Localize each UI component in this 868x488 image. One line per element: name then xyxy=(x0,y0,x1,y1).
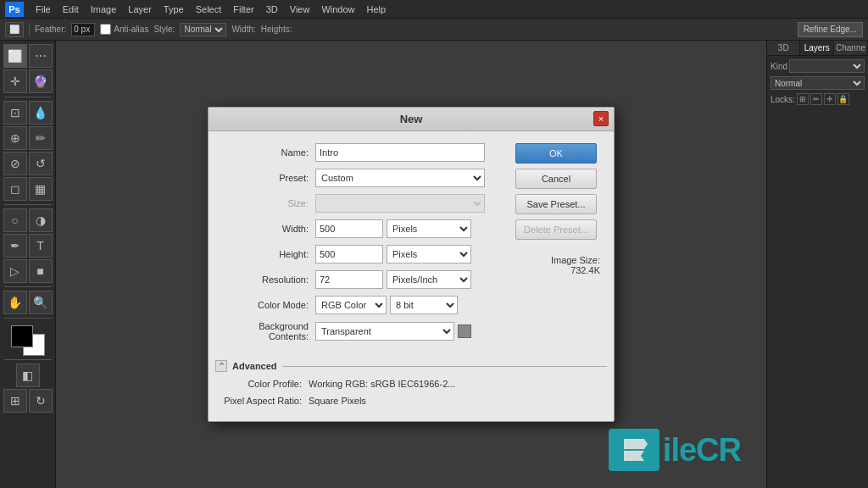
kind-row: Kind xyxy=(771,59,865,73)
feather-label: Feather: xyxy=(35,25,66,34)
lock-position-icon[interactable]: ✛ xyxy=(824,93,836,105)
image-size-value: 732.4K xyxy=(515,265,600,275)
color-mode-row: Color Mode: RGB Color CMYK Color Graysca… xyxy=(222,296,505,314)
main-area: ⬜ ⋯ ✛ 🔮 ⊡ 💧 ⊕ ✏ ⊘ ↺ ◻ ▦ ○ ◑ ✒ xyxy=(0,41,868,488)
blur-tool[interactable]: ○ xyxy=(3,208,27,232)
tool-separator-4 xyxy=(4,318,52,319)
options-toolbar: ⬜ Feather: Anti-alias Style: Normal Widt… xyxy=(0,19,868,41)
right-panel: 3D Layers Channe Kind Normal Locks: ⊞ ✏ … xyxy=(766,41,868,488)
tool-separator-2 xyxy=(4,204,52,205)
path-selection-tool[interactable]: ▷ xyxy=(3,259,27,283)
quick-select-tool[interactable]: 🔮 xyxy=(29,69,53,93)
menu-help[interactable]: Help xyxy=(362,3,392,16)
watermark-icon xyxy=(609,429,659,471)
marquee-tool[interactable]: ⬜ xyxy=(3,44,27,68)
rotate-view[interactable]: ↻ xyxy=(29,389,53,413)
lock-pixels-icon[interactable]: ✏ xyxy=(810,93,822,105)
gradient-tool[interactable]: ▦ xyxy=(29,177,53,201)
menu-view[interactable]: View xyxy=(285,3,315,16)
tab-channels[interactable]: Channe xyxy=(834,41,868,55)
marquee-tool-icon[interactable]: ⬜ xyxy=(5,22,24,37)
name-input[interactable] xyxy=(315,143,485,162)
height-unit-select[interactable]: Pixels Inches cm xyxy=(387,245,471,263)
menu-filter[interactable]: Filter xyxy=(228,3,259,16)
type-tool[interactable]: T xyxy=(29,234,53,258)
dialog-buttons: OK Cancel Save Preset... Delete Preset..… xyxy=(515,143,600,348)
screen-mode[interactable]: ⊞ xyxy=(3,389,27,413)
cancel-button[interactable]: Cancel xyxy=(515,169,597,189)
bg-color-swatch[interactable] xyxy=(458,324,471,338)
locks-label: Locks: xyxy=(771,95,795,104)
antialias-checkbox[interactable] xyxy=(100,24,111,35)
menu-edit[interactable]: Edit xyxy=(58,3,84,16)
tool-separator-3 xyxy=(4,286,52,287)
menu-type[interactable]: Type xyxy=(159,3,189,16)
dialog-overlay: New × Name: Preset: xyxy=(56,41,766,488)
blend-mode-select[interactable]: Normal xyxy=(771,76,865,90)
resolution-label: Resolution: xyxy=(222,274,315,285)
foreground-color-swatch[interactable] xyxy=(11,325,33,347)
lasso-tool[interactable]: ⋯ xyxy=(29,44,53,68)
pen-tool[interactable]: ✒ xyxy=(3,234,27,258)
tool-separator-5 xyxy=(4,359,52,360)
save-preset-button[interactable]: Save Preset... xyxy=(515,194,597,214)
hand-tool[interactable]: ✋ xyxy=(3,291,27,314)
width-input[interactable] xyxy=(315,219,383,238)
history-brush-tool[interactable]: ↺ xyxy=(29,152,53,175)
brush-tool[interactable]: ✏ xyxy=(29,126,53,150)
pixel-aspect-row: Pixel Aspect Ratio: Square Pixels xyxy=(215,396,607,406)
dodge-tool[interactable]: ◑ xyxy=(29,208,53,232)
ok-button[interactable]: OK xyxy=(515,143,597,164)
shape-tool[interactable]: ■ xyxy=(29,259,53,283)
size-select[interactable] xyxy=(315,194,485,213)
kind-select[interactable] xyxy=(789,59,865,73)
width-form-label: Width: xyxy=(222,224,315,234)
style-label: Style: xyxy=(153,25,175,34)
watermark-text: ileCR xyxy=(663,432,741,469)
menu-layer[interactable]: Layer xyxy=(123,3,157,16)
preset-select[interactable]: Custom xyxy=(315,169,485,187)
bit-depth-select[interactable]: 8 bit 16 bit 32 bit xyxy=(390,296,458,314)
refine-edge-button[interactable]: Refine Edge... xyxy=(798,22,863,37)
advanced-label: Advanced xyxy=(232,361,277,371)
edit-in-quick-mask[interactable]: ◧ xyxy=(16,363,40,387)
height-row: Height: Pixels Inches cm xyxy=(222,245,505,263)
color-profile-value: Working RGB: sRGB IEC61966-2... xyxy=(309,379,607,389)
crop-tool[interactable]: ⊡ xyxy=(3,101,27,125)
color-swatches xyxy=(11,325,45,356)
tab-3d[interactable]: 3D xyxy=(767,41,800,55)
menu-image[interactable]: Image xyxy=(86,3,122,16)
clone-stamp-tool[interactable]: ⊘ xyxy=(3,152,27,175)
move-tool[interactable]: ✛ xyxy=(3,69,27,93)
style-select[interactable]: Normal xyxy=(180,23,226,36)
healing-brush-tool[interactable]: ⊕ xyxy=(3,126,27,150)
tab-layers[interactable]: Layers xyxy=(800,41,833,55)
resolution-unit-select[interactable]: Pixels/Inch Pixels/cm xyxy=(387,270,471,289)
size-row: Size: xyxy=(222,194,505,213)
name-row: Name: xyxy=(222,143,505,162)
lock-transparent-icon[interactable]: ⊞ xyxy=(797,93,809,105)
width-label: Width: xyxy=(231,25,255,34)
menu-file[interactable]: File xyxy=(31,3,56,16)
height-input[interactable] xyxy=(315,245,383,263)
eyedropper-tool[interactable]: 💧 xyxy=(29,101,53,125)
bg-contents-select[interactable]: Transparent White Background Color xyxy=(315,322,454,341)
eraser-tool[interactable]: ◻ xyxy=(3,177,27,201)
preset-row: Preset: Custom xyxy=(222,169,505,187)
advanced-toggle-button[interactable]: ⌃ xyxy=(215,360,227,372)
delete-preset-button[interactable]: Delete Preset... xyxy=(515,219,597,240)
resolution-input[interactable] xyxy=(315,270,383,289)
width-row: Width: Pixels Inches cm xyxy=(222,219,505,238)
dialog-close-button[interactable]: × xyxy=(593,111,609,126)
zoom-tool[interactable]: 🔍 xyxy=(29,291,53,314)
menu-window[interactable]: Window xyxy=(316,3,359,16)
lock-all-icon[interactable]: 🔒 xyxy=(837,93,849,105)
feather-input[interactable] xyxy=(71,23,95,36)
menu-select[interactable]: Select xyxy=(191,3,227,16)
menu-3d[interactable]: 3D xyxy=(261,3,283,16)
canvas-area: New × Name: Preset: xyxy=(56,41,766,488)
advanced-divider xyxy=(282,366,607,367)
color-mode-select[interactable]: RGB Color CMYK Color Grayscale xyxy=(315,296,387,314)
width-unit-select[interactable]: Pixels Inches cm xyxy=(387,219,471,238)
pixel-aspect-label: Pixel Aspect Ratio: xyxy=(215,396,309,406)
